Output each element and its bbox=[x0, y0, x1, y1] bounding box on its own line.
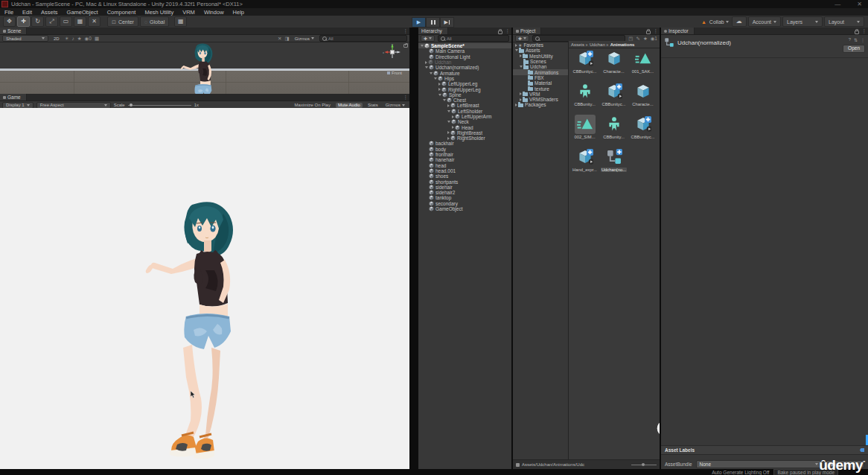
menu-file[interactable]: File bbox=[0, 8, 18, 16]
presets-icon[interactable]: ⇅ bbox=[854, 37, 858, 42]
hierarchy-menu-icon[interactable]: ⋮ bbox=[505, 28, 511, 34]
expander-open-icon[interactable] bbox=[425, 66, 428, 68]
menu-vrm[interactable]: VRM bbox=[178, 8, 200, 16]
stats-toggle[interactable]: Stats bbox=[366, 103, 380, 108]
rect-tool-button[interactable]: ▭ bbox=[60, 16, 72, 27]
account-dropdown[interactable]: Account bbox=[748, 16, 781, 27]
scene-front-label[interactable]: Front bbox=[387, 71, 402, 75]
asset-cbbunityc-[interactable]: CBBunityc... bbox=[599, 82, 628, 113]
scene-2d-toggle[interactable]: 2D bbox=[51, 36, 62, 41]
hierarchy-item-armature[interactable]: Armature bbox=[418, 70, 511, 75]
play-button[interactable]: ▶ bbox=[412, 17, 426, 28]
asset-cbbunity-[interactable]: CBBunity... bbox=[570, 82, 599, 113]
hierarchy-item-directional-light[interactable]: Directional Light bbox=[418, 54, 511, 60]
expander-closed-icon[interactable] bbox=[515, 103, 517, 106]
project-folder-item-meshutility[interactable]: MeshUtility bbox=[513, 54, 568, 59]
menu-gameobject[interactable]: GameObject bbox=[63, 8, 103, 16]
project-menu-icon[interactable]: ⋮ bbox=[654, 28, 659, 34]
tab-game[interactable]: Game bbox=[0, 94, 27, 101]
asset-characte-[interactable]: Characte... bbox=[599, 49, 628, 80]
cloud-button[interactable]: ☁ bbox=[732, 16, 747, 27]
tab-project[interactable]: Project bbox=[513, 28, 541, 34]
hierarchy-item-secondary[interactable]: secondary bbox=[418, 201, 511, 206]
tab-inspector[interactable]: Inspector bbox=[661, 28, 695, 34]
hierarchy-item-shortpants[interactable]: shortpants bbox=[418, 179, 511, 184]
project-lock-icon[interactable] bbox=[646, 31, 651, 34]
game-gizmos-dropdown[interactable]: Gizmos bbox=[383, 103, 407, 108]
thumbnail-size-slider[interactable] bbox=[631, 465, 657, 465]
hierarchy-item-hanehair[interactable]: hanehair bbox=[418, 157, 511, 162]
scene-orientation-gizmo[interactable]: y x bbox=[383, 42, 402, 62]
transform-tool-button[interactable]: ▦ bbox=[74, 16, 86, 27]
menu-edit[interactable]: Edit bbox=[18, 8, 36, 16]
scene-lock-icon[interactable] bbox=[403, 44, 408, 48]
expander-closed-icon[interactable] bbox=[438, 83, 441, 86]
expander-open-icon[interactable] bbox=[434, 77, 437, 80]
scene-viewport[interactable]: y x Front bbox=[0, 41, 409, 94]
expander-open-icon[interactable] bbox=[447, 121, 450, 123]
asset-cbbunity-[interactable]: CBBunity... bbox=[599, 115, 628, 146]
scene-character-model[interactable] bbox=[176, 42, 217, 94]
breadcrumb-udchan[interactable]: Udchan bbox=[590, 42, 605, 47]
asset-hand-expr-[interactable]: Hand_expr... bbox=[570, 147, 599, 179]
expander-open-icon[interactable] bbox=[421, 45, 424, 47]
close-button[interactable]: ✕ bbox=[857, 1, 862, 7]
project-folder-item-packages[interactable]: Packages bbox=[513, 102, 568, 107]
move-tool-button[interactable]: ✛ bbox=[17, 16, 30, 27]
hierarchy-item-rightsholder[interactable]: RightSholder bbox=[418, 136, 511, 141]
hierarchy-item-neck[interactable]: Neck bbox=[418, 119, 511, 124]
asset-cbbunityc-[interactable]: CBBunityc... bbox=[570, 49, 599, 80]
expander-closed-icon[interactable] bbox=[447, 104, 450, 107]
scale-slider[interactable] bbox=[128, 105, 191, 106]
lighting-status[interactable]: Auto Generate Lighting Off bbox=[712, 470, 769, 475]
rotate-tool-button[interactable]: ↻ bbox=[31, 16, 44, 27]
hierarchy-create-button[interactable]: ✚ bbox=[421, 35, 435, 42]
hierarchy-item-hips[interactable]: Hips bbox=[418, 76, 511, 81]
project-folder-item-scenes[interactable]: Scenes bbox=[513, 59, 568, 64]
hierarchy-item-head[interactable]: Head bbox=[418, 124, 511, 130]
asset-labels-header[interactable]: Asset Labels bbox=[661, 445, 868, 455]
asset-002-sim-[interactable]: 002_SIM... bbox=[570, 115, 599, 146]
hierarchy-item-rightbreast[interactable]: RightBreast bbox=[418, 130, 511, 136]
scene-audio-icon[interactable]: ♪ bbox=[72, 36, 74, 41]
hierarchy-item-rightupperleg[interactable]: RightUpperLeg bbox=[418, 86, 511, 92]
pivot-toggle-button[interactable]: ⊡Center bbox=[107, 16, 138, 27]
project-folder-item-assets[interactable]: Assets bbox=[513, 48, 568, 53]
expander-closed-icon[interactable] bbox=[520, 92, 522, 95]
collab-button[interactable]: ▲ Collab bbox=[699, 17, 731, 26]
expander-closed-icon[interactable] bbox=[425, 61, 427, 64]
project-folder-item-vrmshaders[interactable]: VRMShaders bbox=[513, 97, 568, 102]
context-menu-icon[interactable]: ⋮ bbox=[861, 37, 865, 42]
hierarchy-item-shoes[interactable]: shoes bbox=[418, 173, 511, 179]
custom-tool-button[interactable]: ✕ bbox=[88, 16, 100, 27]
expander-open-icon[interactable] bbox=[443, 99, 446, 101]
project-folder-item-vrm[interactable]: VRM bbox=[513, 92, 568, 97]
layout-dropdown[interactable]: Layout bbox=[824, 16, 864, 27]
hierarchy-search-input[interactable]: All bbox=[438, 35, 509, 42]
expander-closed-icon[interactable] bbox=[515, 44, 517, 47]
hierarchy-item-leftupperleg[interactable]: LeftUpperLeg bbox=[418, 81, 511, 86]
hierarchy-item-backhair[interactable]: backhair bbox=[418, 141, 511, 146]
hierarchy-item-leftupperarm[interactable]: LeftUpperArm bbox=[418, 114, 511, 119]
expander-open-icon[interactable] bbox=[438, 94, 441, 96]
hierarchy-item-leftbreast[interactable]: LeftBreast bbox=[418, 103, 511, 108]
maximize-on-play-toggle[interactable]: Maximize On Play bbox=[293, 103, 333, 108]
hierarchy-item-leftsholder[interactable]: LeftSholder bbox=[418, 109, 511, 114]
expander-open-icon[interactable] bbox=[447, 110, 450, 112]
asset-udchan-no-[interactable]: Udchan(no... bbox=[599, 147, 628, 179]
tab-hierarchy[interactable]: Hierarchy bbox=[418, 28, 448, 34]
hierarchy-item-body[interactable]: body bbox=[418, 147, 511, 152]
scene-menu-icon[interactable]: ⋮ bbox=[403, 28, 409, 34]
inspector-lock-icon[interactable] bbox=[855, 31, 859, 34]
hierarchy-item-sidehair[interactable]: sidehair bbox=[418, 185, 511, 190]
asset-001-sak-[interactable]: 001_SAK... bbox=[628, 49, 657, 80]
hierarchy-item-head-001[interactable]: head.001 bbox=[418, 168, 511, 173]
menu-mesh-utility[interactable]: Mesh Utility bbox=[140, 8, 178, 16]
step-button[interactable]: ▶ bbox=[440, 17, 454, 28]
asset-cbbunityc-[interactable]: CBBunityc... bbox=[628, 115, 657, 146]
project-folder-item-material[interactable]: Material bbox=[513, 80, 568, 86]
expander-closed-icon[interactable] bbox=[452, 115, 454, 118]
expander-open-icon[interactable] bbox=[520, 66, 523, 68]
scale-tool-button[interactable]: ⤢ bbox=[45, 16, 58, 27]
pause-button[interactable] bbox=[426, 17, 440, 28]
